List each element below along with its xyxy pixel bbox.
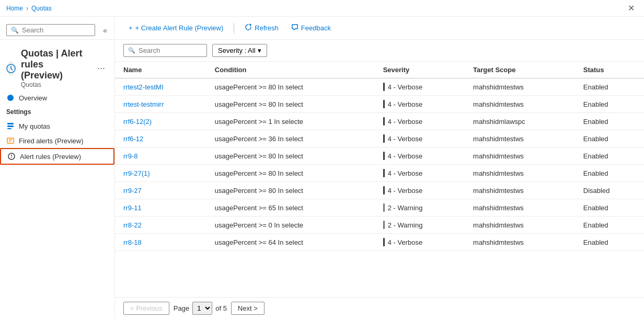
table-row: rr8-22 usagePercent >= 0 In selecte 2 - …: [115, 217, 644, 234]
cell-condition: usagePercent >= 80 In select: [206, 147, 375, 165]
severity-text: 4 - Verbose: [388, 169, 423, 177]
sidebar-item-my-quotas[interactable]: My quotas: [0, 119, 114, 133]
svg-rect-5: [7, 138, 14, 143]
cell-target-scope: mahshidmtestws: [465, 182, 575, 199]
severity-bar: [383, 152, 385, 160]
severity-bar: [383, 186, 385, 195]
svg-rect-3: [7, 126, 14, 127]
sidebar-search-input[interactable]: [22, 26, 90, 34]
alert-rule-link[interactable]: rr9-27(1): [123, 169, 150, 177]
toolbar: + + Create Alert Rule (Preview) Refresh …: [115, 17, 644, 40]
table-row: rr9-11 usagePercent >= 65 In select 2 - …: [115, 199, 644, 217]
cell-condition: usagePercent >= 1 In selecte: [206, 113, 375, 130]
sidebar-collapse-button[interactable]: «: [102, 25, 108, 36]
cell-target-scope: mahshidmtestws: [465, 217, 575, 234]
cell-severity: 4 - Verbose: [375, 182, 465, 199]
svg-point-10: [11, 157, 12, 158]
breadcrumb-bar: Home › Quotas ✕: [0, 0, 644, 17]
table-header: Name Condition Severity Target Scope Sta…: [115, 62, 644, 78]
cell-name: rr9-8: [115, 147, 206, 165]
sidebar-item-label: My quotas: [19, 122, 50, 130]
cell-name: rrf6-12(2): [115, 113, 206, 130]
cell-severity: 4 - Verbose: [375, 234, 465, 251]
cell-target-scope: mahshidmlawspc: [465, 113, 575, 130]
cell-severity: 2 - Warning: [375, 199, 465, 217]
cell-status: Enabled: [575, 199, 644, 217]
cell-condition: usagePercent >= 36 In select: [206, 130, 375, 147]
sidebar-item-fired-alerts[interactable]: Fired alerts (Preview): [0, 133, 114, 148]
main-content: + + Create Alert Rule (Preview) Refresh …: [115, 17, 644, 319]
alert-rules-icon: [7, 152, 16, 161]
page-input-group: Page 1 2 3 4 5 of 5: [174, 302, 227, 315]
page-number-select[interactable]: 1 2 3 4 5: [192, 302, 212, 315]
cell-condition: usagePercent >= 80 In select: [206, 182, 375, 199]
cell-status: Enabled: [575, 165, 644, 182]
alert-rule-link[interactable]: rr9-11: [123, 204, 142, 212]
page-title-text: Quotas | Alert rules (Preview) Quotas: [21, 48, 87, 88]
page-of-label: of 5: [215, 304, 227, 312]
alert-rules-table: Name Condition Severity Target Scope Sta…: [115, 62, 644, 251]
cell-target-scope: mahshidmtestws: [465, 165, 575, 182]
alert-rule-link[interactable]: rr8-22: [123, 221, 142, 229]
sidebar-item-overview[interactable]: Overview: [0, 90, 114, 105]
sidebar-search-container[interactable]: 🔍: [6, 24, 95, 36]
cell-status: Enabled: [575, 78, 644, 96]
cell-severity: 4 - Verbose: [375, 113, 465, 130]
severity-text: 4 - Verbose: [388, 152, 423, 160]
page-label: Page: [174, 304, 189, 312]
severity-filter-button[interactable]: Severity : All ▾: [212, 44, 267, 57]
overview-icon: [6, 94, 15, 102]
sidebar-overview-label: Overview: [19, 94, 47, 102]
severity-bar: [383, 134, 385, 143]
filter-search-input[interactable]: [139, 47, 202, 54]
prev-page-button[interactable]: < Previous: [123, 302, 169, 315]
sidebar-nav: My quotas Fired alerts (Preview) Alert r…: [0, 117, 114, 167]
col-target-scope: Target Scope: [465, 62, 575, 78]
alert-rule-link[interactable]: rr9-27: [123, 187, 142, 195]
breadcrumb-separator: ›: [26, 5, 28, 12]
severity-text: 4 - Verbose: [388, 135, 423, 143]
cell-name: rrtest2-testMI: [115, 78, 206, 96]
cell-condition: usagePercent >= 65 In select: [206, 199, 375, 217]
cell-condition: usagePercent >= 64 In select: [206, 234, 375, 251]
table-row: rr9-27(1) usagePercent >= 80 In select 4…: [115, 165, 644, 182]
svg-point-1: [7, 95, 14, 101]
severity-text: 4 - Verbose: [388, 83, 423, 91]
severity-bar: [383, 238, 385, 246]
alert-rule-link[interactable]: rrf6-12(2): [123, 118, 152, 126]
cell-name: rr9-27: [115, 182, 206, 199]
close-button[interactable]: ✕: [625, 2, 638, 14]
refresh-icon: [245, 24, 252, 32]
severity-bar: [383, 117, 385, 126]
cell-status: Enabled: [575, 113, 644, 130]
severity-text: 2 - Warning: [388, 204, 423, 212]
col-name: Name: [115, 62, 206, 78]
breadcrumb-home[interactable]: Home: [6, 5, 23, 12]
next-page-button[interactable]: Next >: [231, 302, 264, 315]
more-options-button[interactable]: ···: [94, 62, 108, 75]
alert-rule-link[interactable]: rrf6-12: [123, 135, 143, 143]
alert-rule-link[interactable]: rr9-8: [123, 152, 137, 160]
cell-name: rrtest-testmirr: [115, 96, 206, 113]
alert-rule-link[interactable]: rrtest2-testMI: [123, 83, 164, 91]
severity-bar: [383, 83, 385, 91]
table-row: rr8-18 usagePercent >= 64 In select 4 - …: [115, 234, 644, 251]
alert-rule-link[interactable]: rrtest-testmirr: [123, 100, 164, 108]
create-alert-rule-button[interactable]: + + Create Alert Rule (Preview): [123, 21, 228, 35]
alert-rule-link[interactable]: rr8-18: [123, 238, 142, 246]
filter-search-container[interactable]: 🔍: [123, 44, 207, 57]
sidebar-item-alert-rules[interactable]: Alert rules (Preview): [0, 148, 114, 165]
breadcrumb-quotas[interactable]: Quotas: [31, 5, 52, 12]
severity-text: 2 - Warning: [388, 221, 423, 229]
refresh-button[interactable]: Refresh: [239, 21, 284, 35]
feedback-button[interactable]: Feedback: [286, 21, 336, 35]
svg-rect-4: [7, 128, 12, 129]
table-row: rrtest-testmirr usagePercent >= 80 In se…: [115, 96, 644, 113]
cell-severity: 4 - Verbose: [375, 165, 465, 182]
sidebar: 🔍 « Quotas | Alert rules (Preview) Quota…: [0, 17, 115, 319]
page-select-group[interactable]: 1 2 3 4 5: [192, 302, 212, 315]
severity-bar: [383, 221, 385, 229]
severity-bar: [383, 100, 385, 108]
my-quotas-icon: [6, 122, 15, 130]
cell-severity: 4 - Verbose: [375, 147, 465, 165]
